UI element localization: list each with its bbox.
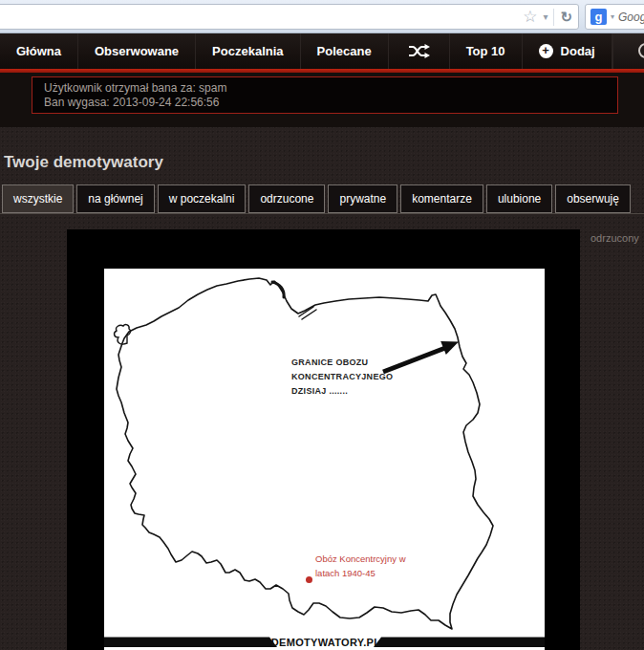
tab-odrzucone[interactable]: odrzucone — [248, 184, 325, 213]
nav-item-glowna[interactable]: Główna — [0, 33, 78, 69]
map-caption-line3: DZISIAJ ....... — [291, 386, 348, 396]
history-dropdown-icon[interactable]: ▾ — [543, 12, 547, 22]
demotivator-image[interactable]: GRANICE OBOZU KONCENTRACYJNEGO DZISIAJ .… — [104, 269, 545, 650]
tab-obserwuje[interactable]: obserwuję — [555, 184, 631, 213]
tab-komentarze[interactable]: komentarze — [400, 184, 483, 213]
screen: ☆ ▾ ↻ g ▾ Google Główna Obserwowane Pocz… — [0, 0, 644, 650]
status-badge: odrzucony — [590, 232, 639, 244]
nav-search-zone — [612, 33, 644, 69]
post-panel: GRANICE OBOZU KONCENTRACYJNEGO DZISIAJ .… — [67, 229, 580, 650]
watermark-text: DEMOTYWATORY.PL — [271, 637, 380, 648]
map-red-caption-line2: latach 1940-45 — [315, 568, 376, 578]
tab-w-poczekalni[interactable]: w poczekalni — [158, 184, 247, 213]
browser-toolbar: ☆ ▾ ↻ g ▾ Google — [0, 0, 644, 33]
google-icon[interactable]: g — [590, 9, 607, 25]
nav-item-polecane[interactable]: Polecane — [301, 33, 389, 69]
nav-search-icon[interactable] — [638, 43, 644, 58]
browser-search-field[interactable]: g ▾ Google — [585, 4, 644, 30]
arrow-icon — [383, 348, 445, 372]
map-caption-line2: KONCENTRACYJNEGO — [291, 372, 393, 381]
url-bar-divider — [553, 9, 554, 26]
map-caption-line1: GRANICE OBOZU — [291, 358, 368, 367]
shuffle-icon — [408, 44, 430, 58]
nav-item-top10[interactable]: Top 10 — [450, 33, 523, 69]
tab-wszystkie[interactable]: wszystkie — [2, 184, 74, 213]
nav-item-obserwowane[interactable]: Obserwowane — [78, 33, 196, 69]
ban-reason-text: Użytkownik otrzymał bana za: spam — [44, 81, 606, 96]
camp-location-dot — [306, 576, 312, 583]
nav-item-poczekalnia[interactable]: Poczekalnia — [196, 33, 300, 69]
watermark-bar-right — [374, 638, 545, 648]
search-engine-label: Google — [618, 11, 644, 24]
watermark-bar-left — [104, 638, 277, 648]
filter-tabs: wszystkie na głównej w poczekalni odrzuc… — [2, 184, 631, 213]
url-bar[interactable]: ☆ ▾ ↻ — [0, 4, 579, 30]
plus-circle-icon: + — [539, 44, 553, 58]
arrow-head — [440, 341, 459, 355]
nav-item-shuffle[interactable] — [389, 33, 450, 69]
nav-item-dodaj[interactable]: + Dodaj — [523, 33, 612, 69]
ban-expiry-text: Ban wygasa: 2013-09-24 22:56:56 — [44, 96, 606, 110]
poland-map: GRANICE OBOZU KONCENTRACYJNEGO DZISIAJ .… — [104, 269, 545, 650]
tab-na-glownej[interactable]: na głównej — [76, 184, 154, 213]
ban-notice: Użytkownik otrzymał bana za: spam Ban wy… — [32, 76, 618, 114]
tabs-underline — [0, 213, 644, 214]
map-red-caption-line1: Obóz Koncentrcyjny w — [315, 553, 406, 564]
tab-ulubione[interactable]: ulubione — [486, 184, 552, 213]
bookmark-star-icon[interactable]: ☆ — [523, 9, 537, 25]
site-nav: Główna Obserwowane Poczekalnia Polecane … — [0, 33, 644, 69]
page-title: Twoje demotywatory — [4, 153, 163, 172]
poland-outline — [117, 278, 493, 629]
tab-prywatne[interactable]: prywatne — [328, 184, 397, 213]
map-hel-hook — [272, 282, 284, 297]
search-engine-dropdown-icon[interactable]: ▾ — [611, 12, 614, 21]
nav-item-dodaj-label: Dodaj — [561, 44, 595, 58]
reload-icon[interactable]: ↻ — [560, 10, 572, 24]
